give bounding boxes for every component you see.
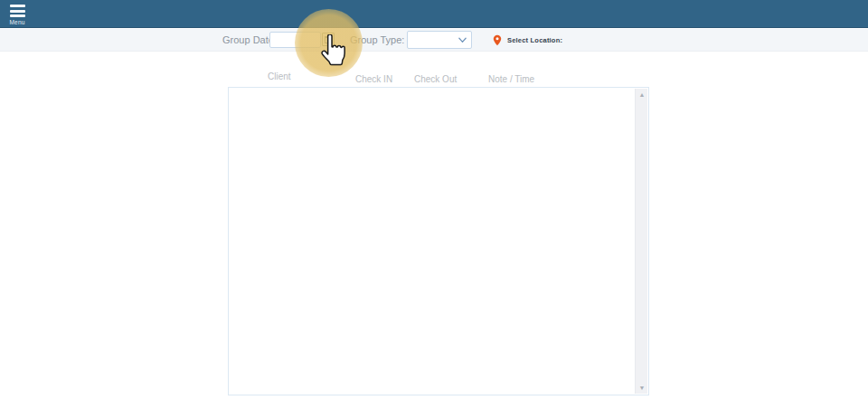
filter-toolbar: Group Date: Group Type: Select Location: — [0, 29, 868, 52]
select-location-button[interactable]: Select Location: — [493, 32, 562, 48]
column-header-client: Client — [268, 71, 291, 81]
menu-button[interactable]: Menu — [5, 3, 29, 26]
group-type-label: Group Type: — [350, 34, 404, 45]
calendar-icon — [325, 36, 332, 43]
calendar-button[interactable] — [322, 33, 335, 46]
scroll-down-button[interactable]: ▼ — [636, 382, 648, 394]
hamburger-icon — [10, 5, 25, 17]
map-pin-icon — [493, 34, 502, 46]
column-header-check-in: Check IN — [355, 74, 392, 84]
group-date-input[interactable] — [269, 32, 321, 48]
select-location-label: Select Location: — [507, 36, 562, 44]
scroll-up-button[interactable]: ▲ — [636, 89, 648, 100]
group-type-select[interactable] — [407, 31, 472, 49]
group-date-label: Group Date: — [222, 34, 277, 45]
column-header-check-out: Check Out — [414, 74, 457, 84]
client-list[interactable]: ▲ ▼ — [228, 87, 649, 395]
header-bar: Menu — [0, 0, 868, 28]
column-header-note-time: Note / Time — [488, 74, 534, 84]
chevron-down-icon — [458, 37, 467, 43]
menu-button-label: Menu — [9, 19, 24, 25]
app-window: Menu Group Date: Group Type: Select Loca… — [0, 0, 868, 400]
scrollbar-track[interactable]: ▲ ▼ — [635, 89, 647, 394]
